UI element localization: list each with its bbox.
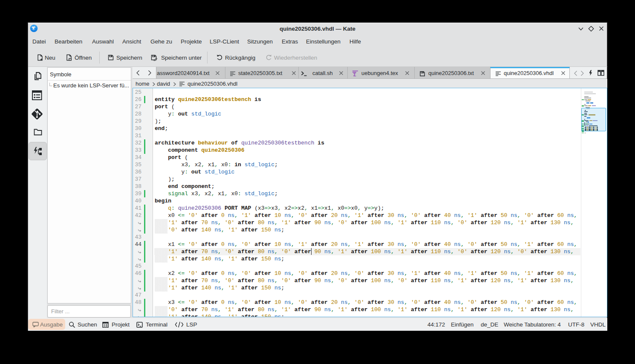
svg-text:Σ: Σ	[353, 72, 356, 77]
